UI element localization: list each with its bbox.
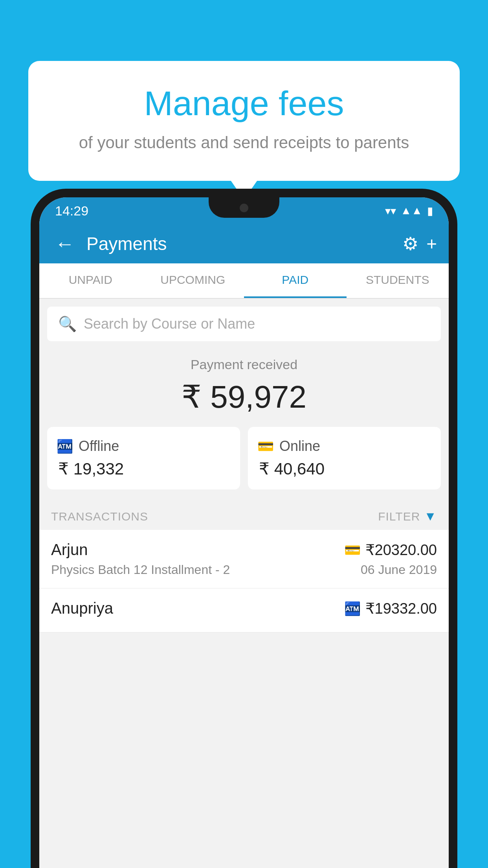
battery-icon: ▮ [427,204,433,217]
payment-label: Payment received [47,357,441,372]
online-amount: ₹ 40,640 [257,459,431,478]
offline-amount: ₹ 19,332 [57,459,231,478]
bubble-title: Manage fees [48,85,440,123]
app-header: ← Payments ⚙ + [39,224,449,263]
table-row[interactable]: Anupriya 🏧 ₹19332.00 [39,588,449,633]
online-label: Online [279,438,320,454]
filter-icon: ▼ [424,509,437,524]
offline-payment-card: 🏧 Offline ₹ 19,332 [47,427,240,489]
status-time: 14:29 [55,203,88,219]
transaction-amount-wrap: 💳 ₹20320.00 [344,541,437,559]
tab-upcoming[interactable]: UPCOMING [142,263,244,298]
online-card-header: 💳 Online [257,438,431,454]
phone-frame: 14:29 ▾▾ ▲▲ ▮ ← Payments ⚙ + UNPAID UPCO… [31,189,457,868]
transactions-label: TRANSACTIONS [51,510,148,523]
header-title: Payments [86,233,394,254]
transaction-course: Physics Batch 12 Installment - 2 [51,563,230,577]
transaction-amount: ₹19332.00 [365,600,437,617]
signal-icon: ▲▲ [401,204,422,217]
online-icon: 💳 [257,438,274,454]
speech-bubble: Manage fees of your students and send re… [28,61,460,181]
header-actions: ⚙ + [402,233,437,254]
payment-total-amount: ₹ 59,972 [47,379,441,415]
tabs-bar: UNPAID UPCOMING PAID STUDENTS [39,263,449,299]
tab-unpaid[interactable]: UNPAID [39,263,142,298]
online-payment-card: 💳 Online ₹ 40,640 [248,427,441,489]
payment-type-icon: 💳 [344,542,361,558]
transaction-bottom: Physics Batch 12 Installment - 2 06 June… [51,563,437,577]
search-placeholder: Search by Course or Name [84,316,255,332]
transaction-top: Arjun 💳 ₹20320.00 [51,541,437,559]
settings-button[interactable]: ⚙ [402,233,418,254]
offline-icon: 🏧 [57,438,73,454]
tab-students[interactable]: STUDENTS [347,263,449,298]
transaction-name: Arjun [51,541,88,559]
transaction-amount-wrap: 🏧 ₹19332.00 [344,600,437,617]
add-button[interactable]: + [426,233,437,254]
tab-paid[interactable]: PAID [244,263,347,298]
transaction-name: Anupriya [51,600,113,617]
search-bar[interactable]: 🔍 Search by Course or Name [47,307,441,341]
wifi-icon: ▾▾ [385,204,396,217]
status-icons: ▾▾ ▲▲ ▮ [385,204,433,217]
payment-cards: 🏧 Offline ₹ 19,332 💳 Online ₹ 40,640 [39,427,449,501]
transaction-amount: ₹20320.00 [365,541,437,559]
transactions-header: TRANSACTIONS FILTER ▼ [39,501,449,530]
transaction-date: 06 June 2019 [361,563,437,577]
camera [240,204,248,212]
filter-button[interactable]: FILTER ▼ [378,509,437,524]
transaction-top: Anupriya 🏧 ₹19332.00 [51,600,437,617]
table-row[interactable]: Arjun 💳 ₹20320.00 Physics Batch 12 Insta… [39,530,449,588]
payment-section: Payment received ₹ 59,972 [39,341,449,427]
payment-type-icon: 🏧 [344,601,361,616]
bubble-subtitle: of your students and send receipts to pa… [48,132,440,154]
phone-notch [209,197,279,218]
back-button[interactable]: ← [51,228,79,259]
filter-label: FILTER [378,510,420,523]
search-icon: 🔍 [58,315,77,333]
offline-label: Offline [79,438,119,454]
offline-card-header: 🏧 Offline [57,438,231,454]
phone-screen: 14:29 ▾▾ ▲▲ ▮ ← Payments ⚙ + UNPAID UPCO… [39,197,449,868]
